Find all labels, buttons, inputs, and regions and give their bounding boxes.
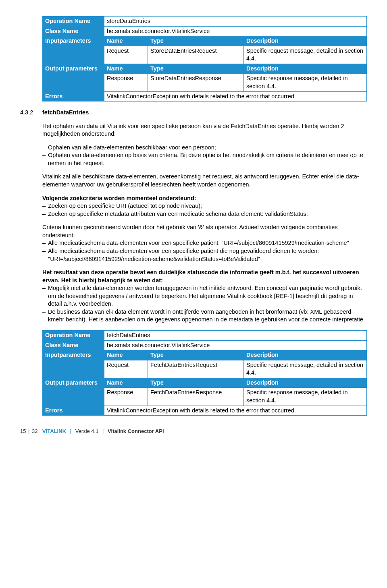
footer-version: Versie 4.1 (75, 428, 99, 434)
cell-in-type: StoreDataEntriesRequest (148, 46, 244, 64)
page-total: 32 (32, 428, 37, 434)
list-item: Alle medicatieschema data-elementen voor… (42, 247, 367, 263)
list-item: Mogelijk niet alle data-elementen worden… (42, 284, 367, 308)
cell-class-label: Class Name (43, 340, 104, 350)
cell-out-name: Response (104, 388, 148, 406)
footer-sep2: | (102, 428, 104, 434)
cell-errors-val: VitalinkConnectorException with details … (104, 91, 367, 101)
bullet-list-result: Mogelijk niet alle data-elementen worden… (42, 284, 367, 324)
paragraph-response: Vitalink zal alle beschikbare data-eleme… (42, 173, 367, 188)
cell-op-val: fetchDataEntries (104, 331, 367, 341)
cell-output-label: Output parameters (43, 378, 104, 406)
cell-errors-val: VitalinkConnectorException with details … (104, 406, 367, 416)
cell-op-val: storeDataEntries (104, 17, 367, 27)
cell-in-desc: Specific request message, detailed in se… (244, 46, 367, 64)
cell-desc-h2: Description (244, 64, 367, 74)
cell-input-label: Inputparameters (43, 350, 104, 378)
paragraph-intro: Het ophalen van data uit Vitalink voor e… (42, 122, 367, 138)
cell-class-label: Class Name (43, 26, 104, 36)
list-item: Ophalen van alle data-elementen beschikb… (42, 144, 367, 152)
list-item: De business data van elk data element wo… (42, 308, 367, 324)
cell-in-name: Request (104, 46, 148, 64)
cell-out-type: FetchDataEntriesResponse (148, 388, 244, 406)
cell-type-h: Type (148, 350, 244, 360)
section-number: 4.3.2 (20, 109, 42, 117)
section-title: fetchDataEntries (42, 109, 89, 116)
cell-out-name: Response (104, 74, 148, 91)
cell-desc-h2: Description (244, 378, 367, 388)
footer-doc: Vitalink Connector API (108, 428, 164, 434)
cell-type-h2: Type (148, 64, 244, 74)
cell-out-desc: Specific response message, detailed in s… (244, 388, 367, 406)
page-number: 15 (20, 428, 26, 434)
list-item: Zoeken op specifieke metadata attributen… (42, 210, 367, 218)
list-item: Alle medicatieschema data-elementen voor… (42, 239, 367, 247)
bullet-list-combinations: Alle medicatieschema data-elementen voor… (42, 239, 367, 263)
page-footer: 15 | 32 VITALINK | Versie 4.1 | Vitalink… (20, 428, 367, 435)
cell-output-label: Output parameters (43, 64, 104, 91)
cell-class-val: be.smals.safe.connector.VitalinkService (104, 340, 367, 350)
cell-class-val: be.smals.safe.connector.VitalinkService (104, 26, 367, 36)
cell-out-type: StoreDataEntriesResponse (148, 74, 244, 91)
cell-name-h2: Name (104, 378, 148, 388)
cell-op-label: Operation Name (43, 17, 104, 27)
cell-name-h: Name (104, 36, 148, 46)
list-item: Ophalen van data-elementen op basis van … (42, 151, 367, 167)
cell-type-h2: Type (148, 378, 244, 388)
cell-desc-h: Description (244, 350, 367, 360)
cell-input-label: Inputparameters (43, 36, 104, 64)
list-item: Zoeken op een specifieke URI (actueel to… (42, 202, 367, 210)
cell-name-h2: Name (104, 64, 148, 74)
api-table-fetch: Operation Name fetchDataEntries Class Na… (42, 330, 367, 416)
cell-desc-h: Description (244, 36, 367, 46)
cell-in-type: FetchDataEntriesRequest (148, 360, 244, 378)
paragraph-result-title: Het resultaat van deze operatie bevat ee… (42, 269, 367, 284)
bullet-list-criteria: Zoeken op een specifieke URI (actueel to… (42, 202, 367, 218)
paragraph-combinations: Criteria kunnen gecombineerd worden door… (42, 224, 367, 239)
bullet-list-options: Ophalen van alle data-elementen beschikb… (42, 144, 367, 168)
cell-type-h: Type (148, 36, 244, 46)
cell-errors-label: Errors (43, 406, 104, 416)
cell-in-name: Request (104, 360, 148, 378)
cell-out-desc: Specific response message, detailed in s… (244, 74, 367, 91)
cell-name-h: Name (104, 350, 148, 360)
cell-errors-label: Errors (43, 91, 104, 101)
cell-op-label: Operation Name (43, 331, 104, 341)
footer-sep: | (70, 428, 71, 434)
paragraph-criteria-title: Volgende zoekcriteria worden momenteel o… (42, 195, 367, 203)
page-sep: | (28, 428, 29, 434)
footer-brand: VITALINK (42, 428, 66, 434)
api-table-store: Operation Name storeDataEntries Class Na… (42, 16, 367, 101)
cell-in-desc: Specific request message, detailed in se… (244, 360, 367, 378)
